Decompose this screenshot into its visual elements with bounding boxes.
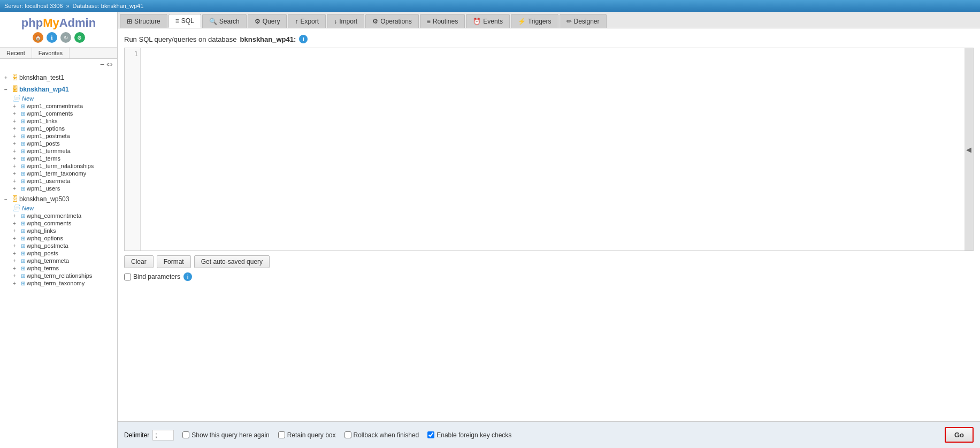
go-button[interactable]: Go [945, 427, 974, 443]
table-label[interactable]: wpm1_users [27, 185, 60, 192]
table-wphq-links[interactable]: + ⊞ wphq_links [11, 227, 115, 234]
table-label[interactable]: wpm1_term_relationships [27, 163, 94, 169]
table-wpm1-terms[interactable]: + ⊞ wpm1_terms [11, 155, 115, 162]
new-label-wp503[interactable]: New [22, 205, 34, 211]
table-label[interactable]: wpm1_usermeta [27, 178, 70, 184]
sql-info-icon[interactable]: i [299, 35, 308, 43]
show-query-checkbox[interactable] [182, 431, 189, 438]
get-autosaved-button[interactable]: Get auto-saved query [194, 255, 270, 268]
table-wphq-options[interactable]: + ⊞ wphq_options [11, 234, 115, 242]
table-label[interactable]: wpm1_comments [27, 110, 73, 117]
tab-events[interactable]: ⏰ Events [466, 14, 510, 28]
table-wphq-term-relationships[interactable]: + ⊞ wphq_term_relationships [11, 272, 115, 279]
table-wphq-commentmeta[interactable]: + ⊞ wphq_commentmeta [11, 212, 115, 219]
tab-triggers[interactable]: ⚡ Triggers [511, 14, 558, 28]
table-label[interactable]: wpm1_options [27, 125, 65, 132]
table-label[interactable]: wphq_options [27, 235, 63, 241]
db-header-wp41[interactable]: − 🗄 bknskhan_wp41 [2, 85, 115, 94]
tab-query-label[interactable]: Query [263, 18, 280, 25]
settings-icon[interactable]: ⚙ [74, 32, 85, 43]
sql-editor[interactable] [141, 48, 964, 250]
table-wpm1-options[interactable]: + ⊞ wpm1_options [11, 125, 115, 132]
table-label[interactable]: wpm1_posts [27, 140, 60, 147]
table-label[interactable]: wphq_links [27, 227, 56, 234]
db-name-wp503[interactable]: bknskhan_wp503 [19, 195, 69, 203]
home-icon[interactable]: 🏠 [33, 32, 43, 43]
show-query-label[interactable]: Show this query here again [182, 431, 269, 439]
table-wpm1-postmeta[interactable]: + ⊞ wpm1_postmeta [11, 132, 115, 140]
table-label[interactable]: wphq_term_relationships [27, 272, 92, 279]
refresh-icon[interactable]: ↻ [60, 32, 71, 43]
tab-routines-label[interactable]: Routines [433, 18, 458, 25]
table-wpm1-users[interactable]: + ⊞ wpm1_users [11, 185, 115, 192]
table-label[interactable]: wphq_terms [27, 265, 59, 271]
table-label[interactable]: wpm1_terms [27, 155, 60, 162]
db-header-wp503[interactable]: − 🗄 bknskhan_wp503 [2, 194, 115, 204]
expand-all-icon[interactable]: ⇔ [106, 60, 113, 69]
tree-area[interactable]: + 🗄 bknskhan_test1 − 🗄 bknskhan_wp41 📄 N… [0, 70, 117, 448]
table-new-wp503[interactable]: 📄 New [11, 204, 115, 212]
table-label[interactable]: wphq_term_taxonomy [27, 280, 85, 286]
bind-params-checkbox[interactable] [124, 274, 131, 280]
rollback-label[interactable]: Rollback when finished [344, 431, 419, 439]
tab-search-label[interactable]: Search [219, 18, 240, 25]
table-label[interactable]: wphq_termmeta [27, 257, 69, 264]
info-icon[interactable]: ℹ [47, 32, 57, 43]
tab-operations-label[interactable]: Operations [380, 18, 412, 25]
table-wphq-posts[interactable]: + ⊞ wphq_posts [11, 249, 115, 257]
favorites-tab[interactable]: Favorites [32, 48, 70, 58]
clear-button[interactable]: Clear [124, 255, 154, 268]
bind-params-label[interactable]: Bind parameters [124, 273, 180, 280]
tab-query[interactable]: ⚙ Query [248, 14, 287, 28]
tab-sql[interactable]: ≡ SQL [169, 14, 201, 28]
table-label[interactable]: wphq_posts [27, 250, 58, 256]
foreign-key-label[interactable]: Enable foreign key checks [427, 431, 511, 439]
table-wpm1-term-relationships[interactable]: + ⊞ wpm1_term_relationships [11, 162, 115, 170]
table-label[interactable]: wpm1_links [27, 118, 57, 124]
retain-query-label[interactable]: Retain query box [278, 431, 336, 439]
foreign-key-checkbox[interactable] [427, 431, 434, 438]
tab-sql-label[interactable]: SQL [181, 17, 194, 25]
tab-triggers-label[interactable]: Triggers [528, 18, 552, 25]
table-label[interactable]: wphq_postmeta [27, 242, 68, 249]
table-label[interactable]: wphq_comments [27, 220, 71, 226]
table-label[interactable]: wpm1_postmeta [27, 133, 70, 139]
table-wpm1-termmeta[interactable]: + ⊞ wpm1_termmeta [11, 147, 115, 155]
table-label[interactable]: wpm1_termmeta [27, 148, 71, 154]
new-label[interactable]: New [22, 95, 34, 102]
table-wpm1-links[interactable]: + ⊞ wpm1_links [11, 117, 115, 125]
tab-structure[interactable]: ⊞ Structure [120, 14, 167, 28]
db-header-test1[interactable]: + 🗄 bknskhan_test1 [2, 73, 115, 82]
delimiter-input[interactable] [152, 430, 174, 441]
rollback-checkbox[interactable] [344, 431, 351, 438]
tab-events-label[interactable]: Events [483, 18, 503, 25]
table-wpm1-usermeta[interactable]: + ⊞ wpm1_usermeta [11, 177, 115, 185]
table-wpm1-posts[interactable]: + ⊞ wpm1_posts [11, 140, 115, 147]
collapse-all-icon[interactable]: − [100, 60, 104, 69]
table-label[interactable]: wphq_commentmeta [27, 212, 81, 219]
table-wphq-terms[interactable]: + ⊞ wphq_terms [11, 264, 115, 272]
table-wpm1-term-taxonomy[interactable]: + ⊞ wpm1_term_taxonomy [11, 170, 115, 177]
tab-designer-label[interactable]: Designer [574, 18, 600, 25]
tab-search[interactable]: 🔍 Search [202, 14, 247, 28]
table-new-wp41[interactable]: 📄 New [11, 94, 115, 102]
tab-designer[interactable]: ✏ Designer [560, 14, 607, 28]
tab-export-label[interactable]: Export [300, 18, 319, 25]
table-label[interactable]: wpm1_commentmeta [27, 103, 83, 109]
db-name-test1[interactable]: bknskhan_test1 [19, 74, 64, 81]
table-wpm1-commentmeta[interactable]: + ⊞ wpm1_commentmeta [11, 102, 115, 110]
tab-operations[interactable]: ⚙ Operations [365, 14, 419, 28]
db-name-wp41[interactable]: bknskhan_wp41 [19, 86, 69, 93]
retain-query-checkbox[interactable] [278, 431, 285, 438]
table-wpm1-comments[interactable]: + ⊞ wpm1_comments [11, 110, 115, 117]
table-wphq-comments[interactable]: + ⊞ wphq_comments [11, 219, 115, 227]
table-wphq-postmeta[interactable]: + ⊞ wphq_postmeta [11, 242, 115, 249]
tab-routines[interactable]: ≡ Routines [420, 14, 465, 28]
table-label[interactable]: wpm1_term_taxonomy [27, 170, 86, 177]
recent-tab[interactable]: Recent [0, 48, 32, 58]
bind-params-info-icon[interactable]: i [183, 272, 192, 281]
tab-import-label[interactable]: Import [339, 18, 357, 25]
tab-export[interactable]: ↑ Export [288, 14, 326, 28]
collapse-button[interactable]: ◀ [964, 48, 973, 250]
tab-structure-label[interactable]: Structure [134, 18, 160, 25]
